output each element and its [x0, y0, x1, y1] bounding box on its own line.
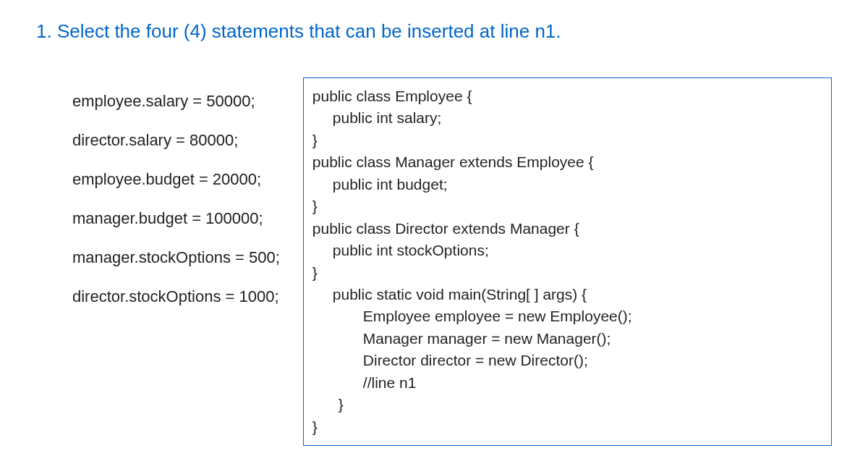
question-title: 1. Select the four (4) statements that c…: [36, 20, 832, 43]
code-line: }: [312, 416, 822, 438]
code-line: //line n1: [312, 372, 822, 394]
code-line: public int salary;: [312, 107, 822, 129]
code-box: public class Employee { public int salar…: [303, 77, 832, 446]
options-column: employee.salary = 50000; director.salary…: [36, 77, 280, 326]
content-row: employee.salary = 50000; director.salary…: [36, 77, 832, 446]
option-item[interactable]: director.stockOptions = 1000;: [72, 287, 280, 306]
option-item[interactable]: employee.budget = 20000;: [72, 170, 280, 189]
option-item[interactable]: manager.budget = 100000;: [72, 209, 280, 228]
code-line: }: [312, 394, 822, 415]
code-line: public int stockOptions;: [312, 240, 822, 261]
option-item[interactable]: manager.stockOptions = 500;: [72, 248, 280, 267]
code-line: Manager manager = new Manager();: [312, 328, 822, 350]
code-line: Employee employee = new Employee();: [312, 305, 822, 327]
code-line: }: [312, 130, 822, 151]
code-line: public int budget;: [312, 174, 822, 195]
option-item[interactable]: employee.salary = 50000;: [72, 92, 280, 111]
code-line: public class Director extends Manager {: [312, 218, 822, 240]
code-line: }: [312, 195, 822, 217]
code-line: Director director = new Director();: [312, 350, 822, 371]
code-line: public class Manager extends Employee {: [312, 151, 822, 173]
code-line: public static void main(String[ ] args) …: [312, 284, 822, 305]
code-line: }: [312, 262, 822, 284]
option-item[interactable]: director.salary = 80000;: [72, 131, 280, 150]
code-line: public class Employee {: [312, 85, 822, 107]
